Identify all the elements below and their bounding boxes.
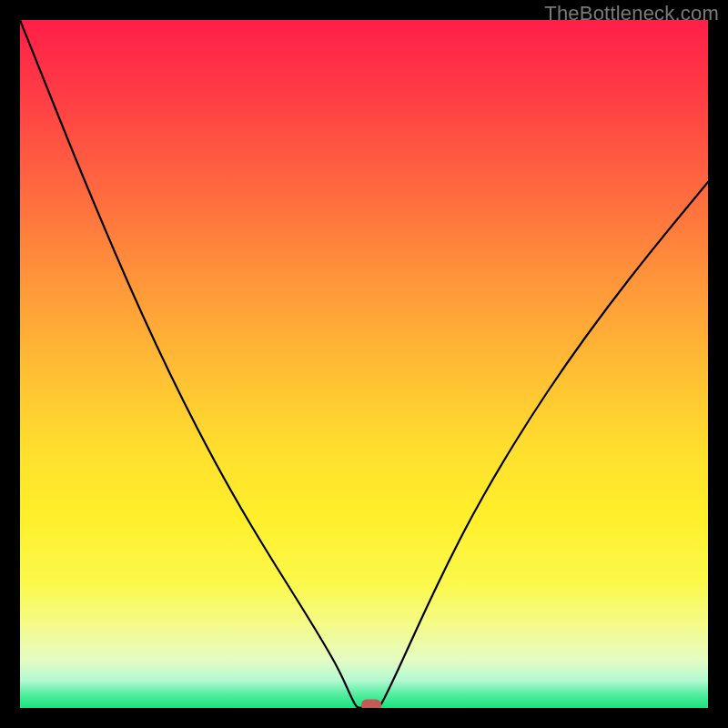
chart-frame: TheBottleneck.com bbox=[0, 0, 728, 728]
plot-area bbox=[20, 20, 708, 708]
watermark-text: TheBottleneck.com bbox=[544, 2, 719, 25]
bottleneck-curve bbox=[20, 20, 708, 708]
minimum-marker bbox=[361, 700, 381, 709]
